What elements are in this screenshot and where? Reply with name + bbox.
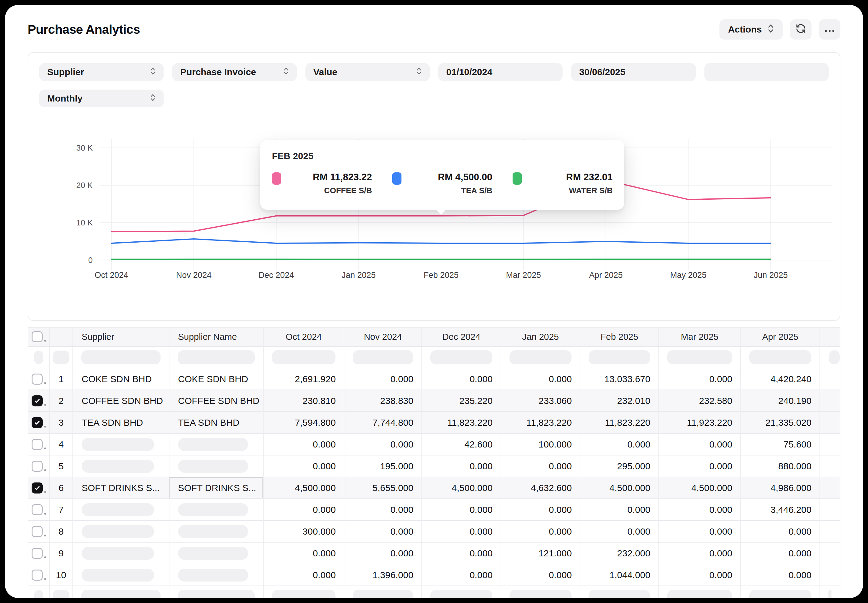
value-cell[interactable]: 0.000: [741, 564, 820, 586]
value-cell[interactable]: 4,500.000: [580, 477, 659, 499]
value-cell[interactable]: 0.000: [264, 564, 344, 586]
filter-cell[interactable]: [28, 346, 50, 368]
value-cell[interactable]: 195.000: [344, 456, 422, 477]
value-cell[interactable]: 232.010: [580, 390, 659, 412]
supplier-name-cell[interactable]: COFFEE SDN BHD: [169, 390, 264, 412]
supplier-cell[interactable]: [73, 499, 169, 521]
month-column-header[interactable]: Nov 2024: [344, 328, 422, 346]
month-column-header[interactable]: Dec 2024: [422, 328, 501, 346]
value-cell[interactable]: 1,044.000: [580, 564, 659, 586]
value-cell[interactable]: 42.600: [422, 434, 501, 456]
column-filter-input[interactable]: [73, 346, 169, 368]
row-checkbox[interactable]: [28, 477, 50, 499]
value-cell[interactable]: 0.000: [741, 521, 820, 543]
value-cell[interactable]: 11,823.220: [422, 412, 501, 434]
value-cell[interactable]: 11,823.220: [501, 412, 580, 434]
period-select[interactable]: Monthly: [39, 90, 164, 107]
column-filter-input[interactable]: [344, 346, 422, 368]
value-cell[interactable]: 230.810: [264, 390, 344, 412]
supplier-cell[interactable]: [73, 434, 169, 456]
value-cell[interactable]: 7,594.800: [264, 412, 344, 434]
value-cell[interactable]: 121.000: [501, 543, 580, 564]
value-cell[interactable]: 0.000: [501, 368, 580, 390]
date-to-input[interactable]: 30/06/2025: [571, 63, 696, 81]
column-filter-input[interactable]: [264, 346, 344, 368]
value-cell[interactable]: 233.060: [501, 390, 580, 412]
row-checkbox[interactable]: [28, 543, 50, 564]
value-cell[interactable]: 0.000: [580, 434, 659, 456]
value-cell[interactable]: 295.000: [580, 456, 659, 477]
date-from-input[interactable]: 01/10/2024: [438, 63, 563, 81]
row-checkbox[interactable]: [28, 434, 50, 456]
value-cell[interactable]: 0.000: [422, 564, 501, 586]
column-filter-input[interactable]: [741, 346, 820, 368]
value-cell[interactable]: 11,923.220: [659, 412, 741, 434]
value-cell[interactable]: 4,986.000: [741, 477, 820, 499]
month-column-header[interactable]: Mar 2025: [659, 328, 741, 346]
supplier-cell[interactable]: [73, 543, 169, 564]
refresh-button[interactable]: [790, 19, 812, 40]
value-cell[interactable]: 0.000: [580, 499, 659, 521]
value-cell[interactable]: 0.000: [659, 521, 741, 543]
month-column-header[interactable]: Apr 2025: [741, 328, 820, 346]
row-checkbox[interactable]: [28, 368, 50, 390]
value-cell[interactable]: 13,033.670: [580, 368, 659, 390]
value-cell[interactable]: 0.000: [659, 564, 741, 586]
supplier-name-cell[interactable]: SOFT DRINKS S...: [169, 477, 264, 499]
value-cell[interactable]: 21,335.020: [741, 412, 820, 434]
supplier-column-header[interactable]: Supplier: [73, 328, 169, 346]
value-cell[interactable]: 75.600: [741, 434, 820, 456]
value-cell[interactable]: 0.000: [344, 543, 422, 564]
value-cell[interactable]: 0.000: [741, 543, 820, 564]
value-cell[interactable]: 0.000: [422, 368, 501, 390]
supplier-filter-select[interactable]: Supplier: [39, 63, 164, 81]
supplier-cell[interactable]: [73, 456, 169, 477]
column-filter-input[interactable]: [820, 346, 840, 368]
value-cell[interactable]: 0.000: [501, 521, 580, 543]
supplier-cell[interactable]: SOFT DRINKS S...: [73, 477, 169, 499]
value-cell[interactable]: 4,420.240: [741, 368, 820, 390]
supplier-name-cell[interactable]: [169, 521, 264, 543]
value-cell[interactable]: 4,500.000: [264, 477, 344, 499]
value-cell[interactable]: 0.000: [659, 434, 741, 456]
supplier-cell[interactable]: COFFEE SDN BHD: [73, 390, 169, 412]
purchase-invoice-filter-select[interactable]: Purchase Invoice: [172, 63, 296, 81]
value-cell[interactable]: 1,396.000: [344, 564, 422, 586]
value-cell[interactable]: 0.000: [422, 543, 501, 564]
row-checkbox[interactable]: [28, 390, 50, 412]
supplier-name-cell[interactable]: COKE SDN BHD: [169, 368, 264, 390]
column-filter-input[interactable]: [422, 346, 501, 368]
value-cell[interactable]: 7,744.800: [344, 412, 422, 434]
value-cell[interactable]: 880.000: [741, 456, 820, 477]
column-filter-input[interactable]: [659, 346, 741, 368]
month-column-header[interactable]: Feb 2025: [580, 328, 659, 346]
value-cell[interactable]: 240.190: [741, 390, 820, 412]
month-column-header[interactable]: Oct 2024: [264, 328, 344, 346]
value-cell[interactable]: 232.000: [580, 543, 659, 564]
value-cell[interactable]: 0.000: [659, 543, 741, 564]
filter-cell[interactable]: [50, 346, 73, 368]
value-cell[interactable]: 0.000: [264, 456, 344, 477]
value-cell[interactable]: 235.220: [422, 390, 501, 412]
value-cell[interactable]: 0.000: [422, 521, 501, 543]
value-cell[interactable]: 3,446.200: [741, 499, 820, 521]
column-filter-input[interactable]: [169, 346, 264, 368]
supplier-name-cell[interactable]: [169, 499, 264, 521]
row-checkbox[interactable]: [28, 412, 50, 434]
value-cell[interactable]: 0.000: [501, 564, 580, 586]
value-cell[interactable]: 100.000: [501, 434, 580, 456]
supplier-name-cell[interactable]: TEA SDN BHD: [169, 412, 264, 434]
supplier-name-column-header[interactable]: Supplier Name: [169, 328, 264, 346]
supplier-name-cell[interactable]: [169, 456, 264, 477]
value-cell[interactable]: 0.000: [264, 543, 344, 564]
select-all-checkbox[interactable]: [28, 328, 50, 346]
supplier-name-cell[interactable]: [169, 543, 264, 564]
value-cell[interactable]: 0.000: [422, 456, 501, 477]
value-cell[interactable]: 232.580: [659, 390, 741, 412]
value-cell[interactable]: 238.830: [344, 390, 422, 412]
supplier-cell[interactable]: TEA SDN BHD: [73, 412, 169, 434]
purchase-line-chart[interactable]: 30 K20 K10 K0Oct 2024Nov 2024Dec 2024Jan…: [28, 120, 840, 320]
value-cell[interactable]: 0.000: [344, 368, 422, 390]
supplier-name-cell[interactable]: [169, 434, 264, 456]
row-checkbox[interactable]: [28, 521, 50, 543]
